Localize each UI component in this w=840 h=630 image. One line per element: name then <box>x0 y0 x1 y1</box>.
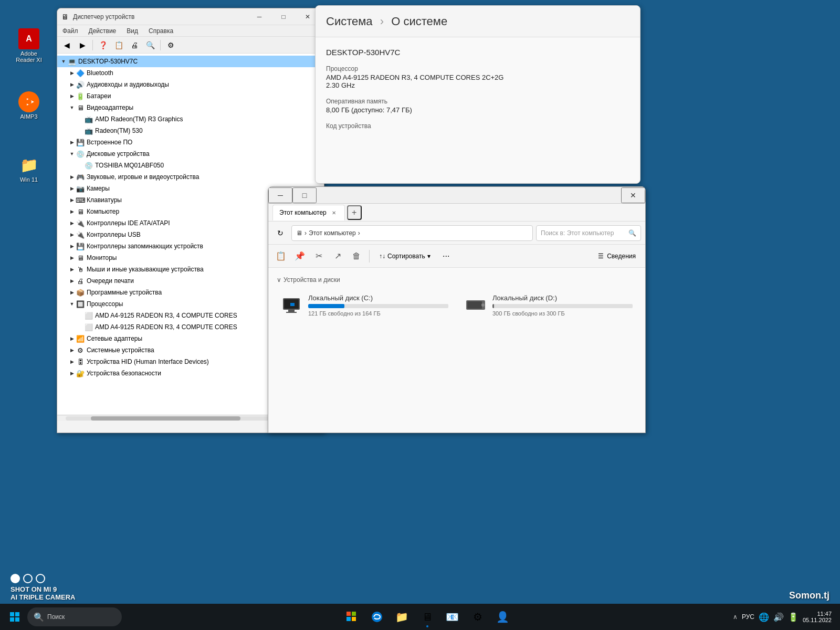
nav-refresh-button[interactable]: ↻ <box>272 225 288 241</box>
fe-delete-button[interactable]: 🗑 <box>348 248 365 265</box>
fe-copy-button[interactable]: 📋 <box>272 248 289 265</box>
taskbar-app-user[interactable]: 👤 <box>491 605 514 628</box>
tree-item[interactable]: 📺Radeon(TM) 530 <box>57 125 324 136</box>
menu-help[interactable]: Справка <box>143 25 178 36</box>
fileexp-maximize-button[interactable]: □ <box>292 187 317 203</box>
tree-item-label: Устройства безопасности <box>87 370 161 377</box>
tree-item-label: Компьютер <box>87 208 119 215</box>
taskbar-time[interactable]: 11:47 05.11.2022 <box>803 611 832 623</box>
devmgr-minimize-button[interactable]: ─ <box>247 9 271 25</box>
tree-item-label: Встроенное ПО <box>87 139 132 146</box>
svg-rect-12 <box>15 612 19 616</box>
fileexp-minimize-button[interactable]: ─ <box>268 187 292 203</box>
tree-item[interactable]: ▶🔷Bluetooth <box>57 67 324 79</box>
tree-item-label: Radeon(TM) 530 <box>95 127 143 134</box>
drive-d-item[interactable]: Локальный диск (D:) 300 ГБ свободно из 3… <box>461 290 637 321</box>
tree-arrow-icon: ▶ <box>68 173 76 181</box>
watermark-dot-empty-2 <box>36 574 45 583</box>
toolbar-forward-button[interactable]: ▶ <box>75 38 90 52</box>
toolbar-scan-button[interactable]: 🔍 <box>143 38 158 52</box>
tree-item-icon: 🖨 <box>76 277 85 285</box>
svg-rect-6 <box>467 301 482 309</box>
drive-c-item[interactable]: Локальный диск (C:) 121 ГБ свободно из 1… <box>277 290 453 321</box>
tree-arrow-icon: ▶ <box>68 184 76 193</box>
desktop-icon-adobe[interactable]: A AdobeReader XI <box>10 26 47 65</box>
tray-expand-icon[interactable]: ∧ <box>733 613 738 621</box>
nav-separator-2: › <box>358 229 360 237</box>
drive-d-info: Локальный диск (D:) 300 ГБ свободно из 3… <box>492 294 633 317</box>
taskbar-app-edge[interactable] <box>365 605 388 628</box>
tree-item[interactable]: ▼🖥Видеоадаптеры <box>57 102 324 113</box>
tree-arrow-icon: ▶ <box>68 138 76 146</box>
tree-item-label: AMD A4-9125 RADEON R3, 4 COMPUTE CORES <box>95 312 237 319</box>
taskbar-battery-icon[interactable]: 🔋 <box>788 612 799 622</box>
devmgr-titlebar: 🖥 Диспетчер устройств ─ □ ✕ <box>57 8 324 25</box>
tree-item-label: Процессоры <box>87 300 123 308</box>
file-explorer-window: ✕ ─ □ Этот компьютер ✕ + ↻ 🖥 › Этот комп… <box>268 186 646 433</box>
taskbar-app-mail[interactable]: 📧 <box>441 605 464 628</box>
sort-icon: ↑↓ <box>379 253 385 260</box>
section-collapse-icon[interactable]: ∨ <box>277 276 281 284</box>
tree-arrow-icon: ▶ <box>68 277 76 285</box>
fe-sort-button[interactable]: ↑↓ Сортировать ▾ <box>374 248 436 265</box>
desktop-icon-aimp3[interactable]: AIMP3 <box>10 89 47 122</box>
fe-cut-button[interactable]: ✂ <box>310 248 327 265</box>
menu-view[interactable]: Вид <box>121 25 143 36</box>
taskbar-app-explorer[interactable] <box>340 605 363 628</box>
sysinfo-header: Система › О системе <box>316 6 640 37</box>
watermark-dot-empty-1 <box>23 574 33 583</box>
toolbar-properties-button[interactable]: 📋 <box>111 38 126 52</box>
nav-search[interactable]: Поиск в: Этот компьютер 🔍 <box>536 225 641 241</box>
toolbar-extra-button[interactable]: ⚙ <box>163 38 178 52</box>
tab-close-icon[interactable]: ✕ <box>330 208 338 217</box>
tree-arrow-icon <box>76 161 85 170</box>
taskbar-app-settings[interactable]: ⚙ <box>466 605 489 628</box>
tree-item-icon: 💿 <box>76 150 85 158</box>
taskbar-app-folder[interactable]: 📁 <box>391 605 414 628</box>
toolbar-help-button[interactable]: ❓ <box>96 38 110 52</box>
menu-action[interactable]: Действие <box>83 25 122 36</box>
sysinfo-deviceid-label: Код устройства <box>326 122 629 130</box>
fe-details-button[interactable]: ☰ Сведения <box>593 248 641 265</box>
taskbar-search[interactable]: 🔍 Поиск <box>27 607 122 626</box>
watermark-dot-filled <box>10 574 20 583</box>
tree-item[interactable]: 💿TOSHIBA MQ01ABF050 <box>57 160 324 171</box>
menu-file[interactable]: Файл <box>57 25 83 36</box>
tree-item[interactable]: ▶🎮Звуковые, игровые и видеоустройства <box>57 171 324 183</box>
fe-share-button[interactable]: ↗ <box>329 248 346 265</box>
tree-item-icon: 🔋 <box>76 92 85 100</box>
tree-item[interactable]: ▼💿Дисковые устройства <box>57 148 324 160</box>
drive-c-bar-container <box>308 304 448 308</box>
toolbar-back-button[interactable]: ◀ <box>59 38 74 52</box>
desktop-icon-win11[interactable]: 📁 Win 11 <box>10 152 47 185</box>
start-button[interactable] <box>4 606 25 627</box>
taskbar-app-devmgr[interactable]: 🖥 <box>416 605 439 628</box>
tree-item-icon: 💾 <box>76 242 85 250</box>
tree-item-icon: 🔊 <box>76 80 85 89</box>
taskbar-globe-icon[interactable]: 🌐 <box>759 612 769 622</box>
svg-point-7 <box>481 303 485 307</box>
tree-arrow-icon: ▶ <box>68 288 76 297</box>
tree-item[interactable]: ▼💻DESKTOP-530HV7C <box>57 56 324 67</box>
tab-this-computer[interactable]: Этот компьютер ✕ <box>272 205 345 220</box>
tree-item[interactable]: 📺AMD Radeon(TM) R3 Graphics <box>57 113 324 125</box>
devmgr-maximize-button[interactable]: □ <box>271 9 296 25</box>
taskbar-volume-icon[interactable]: 🔊 <box>773 612 784 622</box>
nav-separator-1: › <box>304 229 307 237</box>
fileexp-close-button[interactable]: ✕ <box>621 187 645 203</box>
fe-paste-button[interactable]: 📌 <box>291 248 308 265</box>
tree-item-icon: 📷 <box>76 184 85 193</box>
fe-more-button[interactable]: ··· <box>438 248 455 265</box>
toolbar-print-button[interactable]: 🖨 <box>127 38 142 52</box>
taskbar-lang[interactable]: РУС <box>742 613 754 621</box>
scrollbar-thumb[interactable] <box>91 416 241 421</box>
tree-item[interactable]: ▶💾Встроенное ПО <box>57 136 324 148</box>
tab-add-button[interactable]: + <box>347 205 362 220</box>
svg-rect-16 <box>352 612 356 616</box>
tree-item[interactable]: ▶🔊Аудиовходы и аудиовыходы <box>57 79 324 90</box>
svg-rect-2 <box>288 310 295 312</box>
tree-item[interactable]: ▶🔋Батареи <box>57 90 324 102</box>
tree-item-label: Системные устройства <box>87 346 154 354</box>
devices-section-header: ∨ Устройства и диски <box>277 276 637 284</box>
tree-item-label: DESKTOP-530HV7C <box>78 58 138 65</box>
